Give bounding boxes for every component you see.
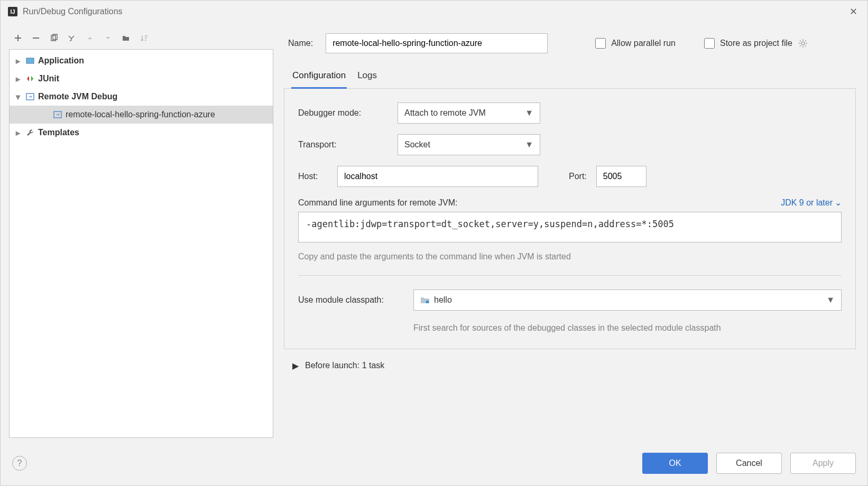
apply-button[interactable]: Apply [790, 453, 856, 474]
right-pane: Name: Allow parallel run Store as projec… [284, 30, 859, 438]
sort-icon[interactable] [138, 32, 150, 44]
store-project-checkbox[interactable] [704, 38, 715, 49]
tab-logs[interactable]: Logs [357, 66, 377, 88]
module-value: hello [434, 295, 452, 305]
svg-rect-6 [426, 301, 429, 303]
divider [298, 275, 842, 276]
tab-configuration[interactable]: Configuration [292, 66, 346, 88]
tree-item-application[interactable]: ▸ Application [10, 52, 273, 70]
jdk-link[interactable]: JDK 9 or later ⌄ [781, 198, 842, 208]
cmd-header: Command line arguments for remote JVM: J… [298, 198, 842, 208]
window-title: Run/Debug Configurations [23, 7, 123, 16]
tree-item-remote-config[interactable]: remote-local-hello-spring-function-azure [10, 106, 273, 124]
tree-item-junit[interactable]: ▸ JUnit [10, 70, 273, 88]
allow-parallel-group: Allow parallel run [595, 38, 676, 49]
name-input[interactable] [326, 33, 548, 53]
store-project-label: Store as project file [720, 39, 792, 48]
module-select[interactable]: hello ▼ [413, 289, 842, 311]
tree-item-remote-jvm[interactable]: ▾ Remote JVM Debug [10, 88, 273, 106]
left-pane: ▸ Application ▸ JUnit ▾ Remote JVM Debug… [9, 30, 273, 438]
tree-label: JUnit [38, 74, 59, 83]
junit-icon [25, 74, 35, 83]
cmd-section: Command line arguments for remote JVM: J… [298, 198, 842, 261]
tabs: Configuration Logs [284, 66, 856, 89]
chevron-down-icon: ▼ [525, 108, 533, 118]
host-input[interactable] [337, 166, 538, 187]
transport-label: Transport: [298, 140, 388, 149]
module-hint: First search for sources of the debugged… [413, 321, 842, 335]
up-icon[interactable] [84, 32, 96, 44]
ok-button[interactable]: OK [642, 453, 708, 474]
port-input[interactable] [596, 166, 647, 187]
chevron-down-icon: ▼ [826, 295, 835, 305]
add-icon[interactable] [12, 32, 24, 44]
main-area: ▸ Application ▸ JUnit ▾ Remote JVM Debug… [1, 23, 867, 445]
close-icon[interactable]: ✕ [846, 5, 860, 18]
remove-icon[interactable] [30, 32, 42, 44]
svg-point-5 [801, 42, 805, 45]
config-tree: ▸ Application ▸ JUnit ▾ Remote JVM Debug… [9, 49, 273, 438]
help-button[interactable]: ? [12, 456, 27, 471]
tree-label: remote-local-hello-spring-function-azure [66, 110, 215, 119]
port-label: Port: [569, 172, 587, 181]
name-row: Name: Allow parallel run Store as projec… [284, 30, 856, 66]
allow-parallel-label: Allow parallel run [611, 39, 676, 48]
chevron-down-icon: ▾ [14, 92, 22, 101]
before-launch-label: Before launch: 1 task [305, 361, 384, 370]
module-row: Use module classpath: hello ▼ [298, 289, 842, 311]
host-port-row: Host: Port: [298, 166, 842, 187]
store-project-group: Store as project file [704, 38, 808, 49]
host-label: Host: [298, 172, 328, 181]
tree-label: Remote JVM Debug [38, 92, 117, 101]
transport-row: Transport: Socket ▼ [298, 134, 842, 155]
cancel-button[interactable]: Cancel [716, 453, 782, 474]
debugger-mode-select[interactable]: Attach to remote JVM ▼ [398, 102, 540, 124]
remote-config-icon [53, 110, 62, 119]
chevron-right-icon: ▶ [292, 361, 299, 371]
tree-item-templates[interactable]: ▸ Templates [10, 124, 273, 142]
name-label: Name: [288, 39, 313, 48]
transport-value: Socket [404, 140, 430, 149]
gear-icon[interactable] [798, 38, 808, 49]
button-bar: ? OK Cancel Apply [1, 445, 867, 485]
jdk-link-text: JDK 9 or later [781, 198, 833, 208]
wrench-icon [25, 128, 35, 137]
module-label: Use module classpath: [298, 295, 404, 305]
tree-label: Application [38, 56, 84, 66]
app-icon: IJ [8, 7, 17, 16]
tree-label: Templates [38, 128, 79, 137]
folder-icon[interactable] [120, 32, 132, 44]
module-icon [420, 296, 430, 304]
before-launch-section[interactable]: ▶ Before launch: 1 task [284, 349, 856, 371]
chevron-right-icon: ▸ [14, 57, 22, 65]
settings-icon[interactable] [66, 32, 78, 44]
chevron-down-icon: ⌄ [835, 198, 842, 208]
chevron-right-icon: ▸ [14, 128, 22, 137]
config-toolbar [9, 30, 273, 49]
transport-select[interactable]: Socket ▼ [398, 134, 540, 155]
chevron-right-icon: ▸ [14, 74, 22, 83]
down-icon[interactable] [102, 32, 114, 44]
allow-parallel-checkbox[interactable] [595, 38, 606, 49]
dialog: IJ Run/Debug Configurations ✕ ▸ Applicat… [0, 0, 868, 486]
application-icon [25, 56, 35, 66]
svg-rect-2 [26, 58, 34, 63]
chevron-down-icon: ▼ [525, 140, 533, 149]
debugger-mode-value: Attach to remote JVM [404, 108, 486, 118]
copy-icon[interactable] [48, 32, 60, 44]
titlebar: IJ Run/Debug Configurations ✕ [1, 1, 867, 23]
cmd-label: Command line arguments for remote JVM: [298, 198, 457, 208]
cmd-box[interactable]: -agentlib:jdwp=transport=dt_socket,serve… [298, 212, 842, 242]
remote-jvm-icon [25, 92, 35, 101]
debugger-mode-row: Debugger mode: Attach to remote JVM ▼ [298, 102, 842, 124]
cmd-hint: Copy and paste the arguments to the comm… [298, 250, 842, 261]
config-panel: Debugger mode: Attach to remote JVM ▼ Tr… [284, 89, 856, 349]
debugger-mode-label: Debugger mode: [298, 108, 388, 118]
